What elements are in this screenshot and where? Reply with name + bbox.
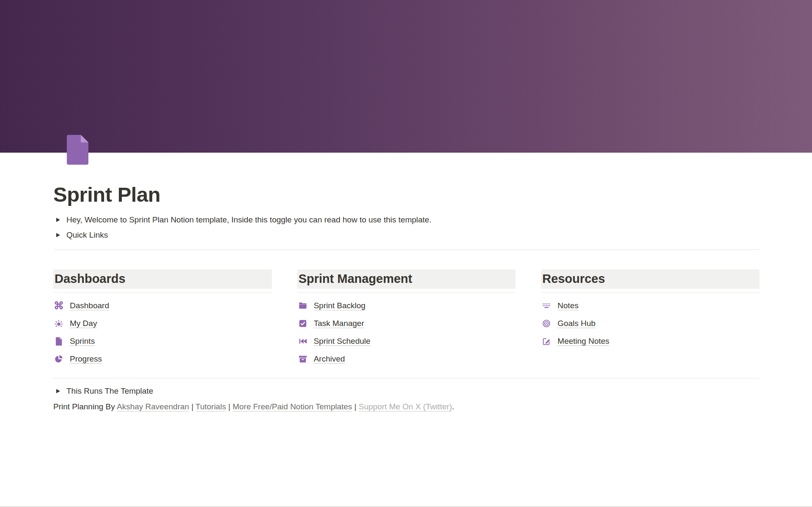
divider <box>297 293 516 293</box>
document-icon <box>54 337 63 346</box>
toggle-quick-links[interactable]: Quick Links <box>53 227 760 243</box>
link-list: Sprint Backlog Task Manager Sprint <box>297 297 516 368</box>
footer-separator: | <box>228 402 230 411</box>
page-link-label: Sprints <box>70 337 95 346</box>
toggle-triangle-icon[interactable] <box>56 233 60 237</box>
page-title: Sprint Plan <box>53 183 760 206</box>
page-link-label: Progress <box>70 354 102 364</box>
page-link-sprint-schedule[interactable]: Sprint Schedule <box>297 332 516 350</box>
page-link-meeting-notes[interactable]: Meeting Notes <box>541 332 760 350</box>
footer-link-author[interactable]: Akshay Raveendran <box>117 402 189 411</box>
page-link-sprints[interactable]: Sprints <box>53 332 272 350</box>
column-dashboards: Dashboards ⌘ Dashboard <box>53 269 272 368</box>
page-link-label: Task Manager <box>314 319 364 328</box>
column-resources: Resources <box>541 269 760 368</box>
page-link-label: My Day <box>70 319 97 328</box>
footer-period: . <box>452 402 454 411</box>
page-body: Sprint Plan Hey, Welcome to Sprint Plan … <box>0 183 812 411</box>
page-link-label: Sprint Backlog <box>314 301 366 310</box>
column-sprint-management: Sprint Management Sprint Backlog Task Ma… <box>297 269 516 368</box>
divider <box>53 249 760 250</box>
page-link-archived[interactable]: Archived <box>297 350 516 368</box>
page-link-progress[interactable]: Progress <box>53 350 272 368</box>
column-header: Dashboards <box>53 269 272 289</box>
folder-icon <box>298 301 307 310</box>
divider <box>53 378 760 378</box>
toggle-welcome[interactable]: Hey, Welcome to Sprint Plan Notion templ… <box>53 212 760 227</box>
divider <box>541 293 760 293</box>
rewind-icon <box>298 337 307 346</box>
link-columns: Dashboards ⌘ Dashboard <box>53 269 760 368</box>
footer-link-templates[interactable]: More Free/Paid Notion Templates <box>233 402 352 411</box>
page-link-label: Dashboard <box>70 301 109 310</box>
footer-separator: | <box>354 402 357 411</box>
keyboard-icon <box>542 301 551 310</box>
page-link-notes[interactable]: Notes <box>541 297 760 315</box>
page-link-sprint-backlog[interactable]: Sprint Backlog <box>297 297 516 315</box>
footer-link-tutorials[interactable]: Tutorials <box>195 402 226 411</box>
page-link-label: Sprint Schedule <box>314 337 370 346</box>
sun-icon <box>54 319 63 328</box>
footer-separator: | <box>191 402 193 411</box>
link-list: Notes Goals Hub Meeting Notes <box>541 297 760 350</box>
command-icon: ⌘ <box>54 301 63 310</box>
page-link-label: Archived <box>314 354 345 364</box>
toggle-triangle-icon[interactable] <box>56 218 60 222</box>
footer-link-support[interactable]: Support Me On X (Twitter) <box>359 402 452 411</box>
page-link-label: Notes <box>557 301 579 310</box>
footer-credits: Print Planning By Akshay Raveendran | Tu… <box>53 402 760 411</box>
page-link-goals-hub[interactable]: Goals Hub <box>541 315 760 332</box>
page-link-task-manager[interactable]: Task Manager <box>297 315 516 332</box>
toggle-runs-template-label: This Runs The Template <box>66 386 153 396</box>
toggle-runs-template[interactable]: This Runs The Template <box>53 384 760 399</box>
page-cover <box>0 0 812 153</box>
toggle-welcome-label: Hey, Welcome to Sprint Plan Notion templ… <box>66 215 431 225</box>
page-link-label: Goals Hub <box>557 319 595 328</box>
pie-chart-icon <box>54 354 63 364</box>
page-link-dashboard[interactable]: ⌘ Dashboard <box>53 297 272 315</box>
divider <box>53 293 272 293</box>
toggle-quick-links-label: Quick Links <box>66 230 108 240</box>
toggle-triangle-icon[interactable] <box>56 389 60 393</box>
target-icon <box>542 319 551 328</box>
checkbox-icon <box>298 319 307 328</box>
footer-prefix: Print Planning By <box>53 402 115 411</box>
page-link-my-day[interactable]: My Day <box>53 315 272 332</box>
column-header: Resources <box>541 269 760 289</box>
edit-icon <box>542 337 551 346</box>
column-header: Sprint Management <box>297 269 516 289</box>
archive-icon <box>298 354 307 364</box>
page-icon-document[interactable] <box>61 133 94 166</box>
page-link-label: Meeting Notes <box>557 337 609 346</box>
link-list: ⌘ Dashboard <box>53 297 272 368</box>
